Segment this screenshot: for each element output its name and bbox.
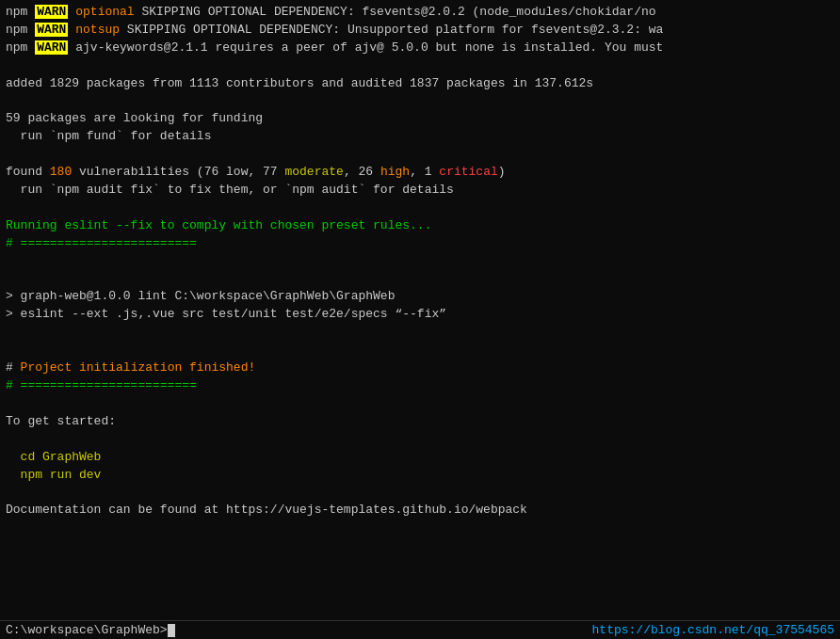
terminal: npm WARN optional SKIPPING OPTIONAL DEPE… [0, 0, 840, 639]
terminal-line [6, 252, 834, 270]
cursor [168, 624, 175, 637]
prompt-text: C:\workspace\GraphWeb> [6, 623, 168, 637]
terminal-line: npm WARN ajv-keywords@2.1.1 requires a p… [6, 40, 834, 57]
terminal-content: npm WARN optional SKIPPING OPTIONAL DEPE… [6, 4, 834, 546]
terminal-line [6, 431, 834, 449]
terminal-line [6, 92, 834, 110]
terminal-line: # ======================== [6, 377, 834, 395]
terminal-line: added 1829 packages from 1113 contributo… [6, 75, 834, 93]
terminal-line: > eslint --ext .js,.vue src test/unit te… [6, 306, 834, 324]
terminal-line: Documentation can be found at https://vu… [6, 502, 834, 519]
terminal-line: found 180 vulnerabilities (76 low, 77 mo… [6, 164, 834, 182]
command-prompt: C:\workspace\GraphWeb> [6, 623, 175, 637]
terminal-line [6, 270, 834, 288]
terminal-line [6, 200, 834, 217]
terminal-line: > graph-web@1.0.0 lint C:\workspace\Grap… [6, 288, 834, 306]
terminal-line [6, 57, 834, 75]
terminal-line [6, 342, 834, 359]
terminal-line [6, 395, 834, 413]
terminal-line: npm run dev [6, 467, 834, 485]
terminal-line: run `npm fund` for details [6, 128, 834, 146]
terminal-line: To get started: [6, 413, 834, 431]
bottom-bar: C:\workspace\GraphWeb> https://blog.csdn… [0, 620, 840, 639]
terminal-line: # Project initialization finished! [6, 359, 834, 377]
terminal-line: Running eslint --fix to comply with chos… [6, 217, 834, 235]
terminal-line: # ======================== [6, 235, 834, 253]
terminal-line [6, 146, 834, 164]
terminal-line: 59 packages are looking for funding [6, 110, 834, 128]
terminal-line: npm WARN notsup SKIPPING OPTIONAL DEPEND… [6, 22, 834, 40]
terminal-line [6, 484, 834, 502]
terminal-line: cd GraphWeb [6, 449, 834, 467]
terminal-line: npm WARN optional SKIPPING OPTIONAL DEPE… [6, 4, 834, 22]
blog-link[interactable]: https://blog.csdn.net/qq_37554565 [592, 623, 834, 637]
terminal-line: run `npm audit fix` to fix them, or `npm… [6, 182, 834, 200]
terminal-line [6, 324, 834, 342]
